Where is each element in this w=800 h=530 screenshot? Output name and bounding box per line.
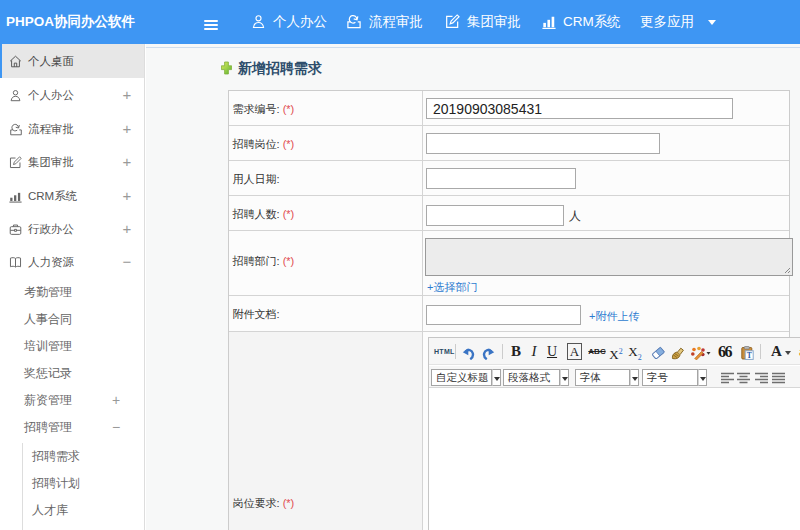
svg-text:T: T xyxy=(746,351,751,360)
